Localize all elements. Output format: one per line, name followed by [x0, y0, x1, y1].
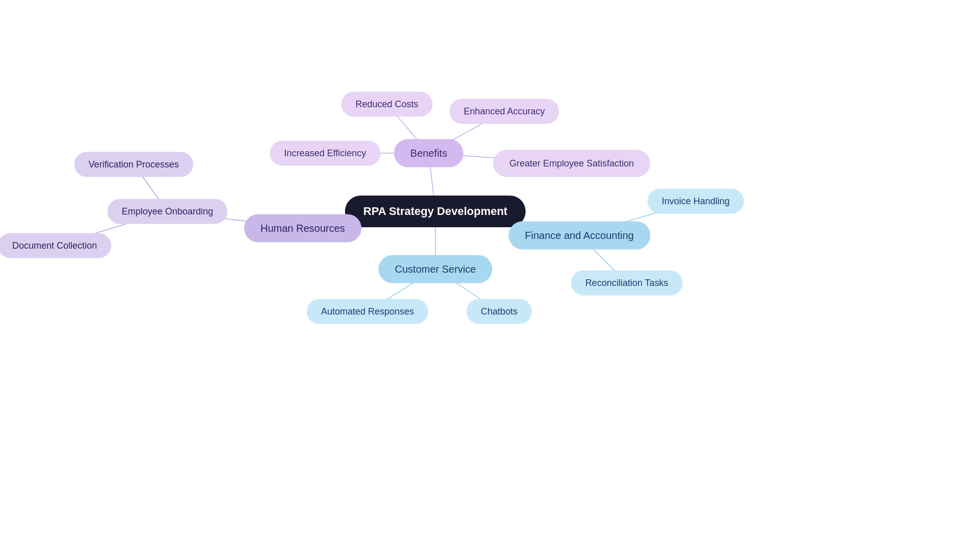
enhanced-accuracy-node[interactable]: Enhanced Accuracy — [449, 99, 559, 124]
center-label: RPA Strategy Development — [363, 205, 507, 218]
human-resources-label: Human Resources — [260, 223, 345, 234]
document-collection-node[interactable]: Document Collection — [0, 233, 111, 258]
customer-service-label: Customer Service — [395, 263, 476, 275]
increased-efficiency-label: Increased Efficiency — [284, 148, 366, 159]
chatbots-node[interactable]: Chatbots — [467, 299, 532, 324]
chatbots-label: Chatbots — [481, 306, 518, 317]
invoice-handling-node[interactable]: Invoice Handling — [647, 189, 744, 214]
customer-service-node[interactable]: Customer Service — [379, 255, 493, 283]
finance-accounting-node[interactable]: Finance and Accounting — [508, 222, 650, 250]
automated-responses-label: Automated Responses — [321, 306, 414, 317]
verification-processes-label: Verification Processes — [88, 159, 179, 170]
reconciliation-tasks-label: Reconciliation Tasks — [585, 278, 669, 288]
greater-employee-satisfaction-label: Greater Employee Satisfaction — [509, 158, 634, 169]
benefits-label: Benefits — [410, 148, 447, 159]
reduced-costs-node[interactable]: Reduced Costs — [341, 92, 432, 117]
benefits-node[interactable]: Benefits — [394, 139, 463, 167]
finance-accounting-label: Finance and Accounting — [525, 230, 634, 242]
verification-processes-node[interactable]: Verification Processes — [74, 152, 193, 177]
document-collection-label: Document Collection — [12, 241, 97, 251]
center-node[interactable]: RPA Strategy Development — [345, 196, 526, 227]
human-resources-node[interactable]: Human Resources — [244, 214, 361, 243]
greater-employee-satisfaction-node[interactable]: Greater Employee Satisfaction — [493, 150, 650, 177]
employee-onboarding-label: Employee Onboarding — [121, 206, 213, 217]
reduced-costs-label: Reduced Costs — [355, 99, 418, 110]
reconciliation-tasks-node[interactable]: Reconciliation Tasks — [571, 271, 683, 296]
invoice-handling-label: Invoice Handling — [662, 196, 729, 207]
enhanced-accuracy-label: Enhanced Accuracy — [463, 106, 545, 117]
automated-responses-node[interactable]: Automated Responses — [307, 299, 428, 324]
increased-efficiency-node[interactable]: Increased Efficiency — [270, 141, 381, 166]
employee-onboarding-node[interactable]: Employee Onboarding — [107, 199, 227, 224]
